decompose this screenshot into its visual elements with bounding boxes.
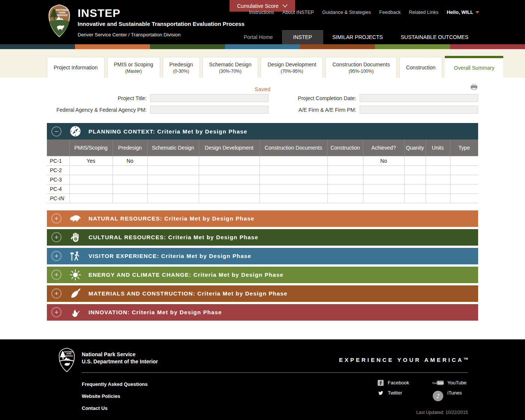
criteria-cell xyxy=(450,156,478,165)
criteria-cell: No xyxy=(363,156,404,165)
utility-nav-item[interactable]: Guidance & Strategies xyxy=(322,9,371,15)
criteria-cell xyxy=(404,156,426,165)
main-nav-portal-home[interactable]: Portal Home xyxy=(235,30,282,44)
cumulative-score-label: Cumulative Score xyxy=(237,3,279,9)
criteria-column-header: Type xyxy=(450,140,478,156)
social-link-facebook[interactable]: Facebook xyxy=(378,380,409,386)
footer-link-contact-us[interactable]: Contact Us xyxy=(82,405,148,411)
tab-overall-summary[interactable]: Overall Summary xyxy=(445,56,503,78)
agency-names: National Park Service U.S. Department of… xyxy=(82,351,158,365)
tab-construction[interactable]: Construction xyxy=(399,57,442,78)
svg-text:SERVICE: SERVICE xyxy=(65,355,73,357)
tab-project-information[interactable]: Project Information xyxy=(47,57,105,78)
chevron-down-icon xyxy=(282,4,288,8)
criteria-cell xyxy=(404,165,426,175)
criteria-cell xyxy=(426,175,450,184)
tab-design-development[interactable]: Design Development(70%-95%) xyxy=(261,57,323,78)
social-link-twitter[interactable]: Twitter xyxy=(378,390,409,396)
svg-text:PARK: PARK xyxy=(66,353,72,355)
section-bar-materials-and-construction[interactable]: +MATERIALS AND CONSTRUCTION: Criteria Me… xyxy=(47,285,478,302)
social-link-itunes[interactable]: ♪iTunes xyxy=(432,390,466,396)
svg-text:You: You xyxy=(432,381,437,384)
bison-icon xyxy=(69,213,82,224)
site-footer: NATIONAL PARK SERVICE National Park Serv… xyxy=(0,339,525,420)
criteria-cell xyxy=(327,175,363,184)
field-input-a-e-firm-a-e-firm-pm[interactable] xyxy=(360,106,478,114)
field-input-federal-agency-federal-agency-pm[interactable] xyxy=(150,106,268,114)
criteria-cell xyxy=(199,194,260,203)
social-label: Twitter xyxy=(388,390,402,396)
utility-nav-item[interactable]: Feedback xyxy=(379,9,400,15)
flame-icon xyxy=(69,307,82,318)
main-nav-instep[interactable]: INSTEP xyxy=(282,30,324,44)
section-title: INNOVATION: Criteria Met by Design Phase xyxy=(88,309,222,315)
criteria-column-header: Design Development xyxy=(199,140,260,156)
criteria-cell xyxy=(69,165,112,175)
utility-nav-item[interactable]: About INSTEP xyxy=(282,9,314,15)
field-input-project-completion-date[interactable] xyxy=(360,94,478,102)
criteria-cell xyxy=(69,194,112,203)
collapse-minus-icon[interactable]: − xyxy=(51,126,62,136)
main-nav-similar-projects[interactable]: SIMILAR PROJECTS xyxy=(323,30,392,44)
section-title: ENERGY AND CLIMATE CHANGE: Criteria Met … xyxy=(88,272,284,278)
title-block: INSTEP Innovative and Sustainable Transp… xyxy=(78,7,244,38)
brand-color-stripe xyxy=(0,44,525,49)
tab-label: Construction Documents xyxy=(332,62,390,68)
tab-schematic-design[interactable]: Schematic Design(30%-70%) xyxy=(202,57,258,78)
expand-plus-icon[interactable]: + xyxy=(51,213,62,224)
tagline: EXPERIENCE YOUR AMERICATM xyxy=(339,357,468,363)
print-icon[interactable] xyxy=(470,83,478,91)
form-field-row: A/E Firm & A/E Firm PM: xyxy=(282,106,478,114)
compass-icon xyxy=(69,126,82,137)
criteria-cell xyxy=(147,156,199,165)
svg-text:SERVICE: SERVICE xyxy=(57,14,68,16)
stripe-segment xyxy=(225,44,300,49)
footer-link-website-policies[interactable]: Website Policies xyxy=(82,393,148,399)
expand-plus-icon[interactable]: + xyxy=(51,270,62,280)
criteria-cell xyxy=(147,165,199,175)
main-nav-sustainable-outcomes[interactable]: SUSTAINABLE OUTCOMES xyxy=(392,30,477,44)
expand-plus-icon[interactable]: + xyxy=(51,232,62,242)
saved-status: Saved xyxy=(255,86,271,92)
form-col-left: Project Title:Federal Agency & Federal A… xyxy=(47,94,268,114)
field-label: Project Completion Date: xyxy=(282,95,360,101)
utility-nav-item[interactable]: Instructions xyxy=(249,9,274,15)
social-column-1: FacebookTwitter xyxy=(378,380,409,396)
category-bars: +NATURAL RESOURCES: Criteria Met by Desi… xyxy=(47,210,478,321)
criteria-row-id: PC-1 xyxy=(47,156,69,165)
footer-divider xyxy=(82,372,468,373)
last-updated: Last Updated: 10/22/2015 xyxy=(416,410,468,415)
twitter-icon xyxy=(378,390,384,396)
tab-pmis-or-scoping[interactable]: PMIS or Scoping(Master) xyxy=(107,57,160,78)
tab-label: Project Information xyxy=(54,64,98,70)
tab-predesign[interactable]: Predesign(0-30%) xyxy=(163,57,200,78)
criteria-cell xyxy=(426,194,450,203)
sun-icon xyxy=(69,269,82,280)
criteria-cell xyxy=(112,194,147,203)
stripe-segment xyxy=(75,44,150,49)
social-label: iTunes xyxy=(447,390,462,396)
form-field-row: Federal Agency & Federal Agency PM: xyxy=(47,106,268,114)
utility-nav-item[interactable]: Related Links xyxy=(409,9,438,15)
section-bar-natural-resources[interactable]: +NATURAL RESOURCES: Criteria Met by Desi… xyxy=(47,210,478,227)
agency-line1: National Park Service xyxy=(82,351,158,358)
section-bar-visitor-experience[interactable]: +VISITOR EXPERIENCE: Criteria Met by Des… xyxy=(47,248,478,264)
expand-plus-icon[interactable]: + xyxy=(51,288,62,298)
section-title: NATURAL RESOURCES: Criteria Met by Desig… xyxy=(88,215,255,222)
hiker-icon xyxy=(69,250,82,262)
section-bar-energy-and-climate-change[interactable]: +ENERGY AND CLIMATE CHANGE: Criteria Met… xyxy=(47,267,478,283)
tab-construction-documents[interactable]: Construction Documents(95%-100%) xyxy=(326,57,396,78)
footer-link-frequently-asked-questions[interactable]: Frequently Asked Questions xyxy=(82,381,148,387)
social-link-youtube[interactable]: YouTubeYouTube xyxy=(432,380,466,386)
criteria-cell xyxy=(112,165,147,175)
utility-nav: InstructionsAbout INSTEPGuidance & Strat… xyxy=(249,9,479,15)
user-menu[interactable]: Hello, WILL xyxy=(447,9,479,15)
expand-plus-icon[interactable]: + xyxy=(51,251,62,261)
tab-label: Schematic Design xyxy=(209,62,252,68)
section-bar-innovation[interactable]: +INNOVATION: Criteria Met by Design Phas… xyxy=(47,304,478,321)
criteria-column-header: Achieved? xyxy=(363,140,404,156)
section-bar-cultural-resources[interactable]: +CULTURAL RESOURCES: Criteria Met by Des… xyxy=(47,229,478,246)
field-input-project-title[interactable] xyxy=(150,94,268,102)
criteria-row-id: PC-3 xyxy=(47,175,69,184)
expand-plus-icon[interactable]: + xyxy=(51,307,62,317)
